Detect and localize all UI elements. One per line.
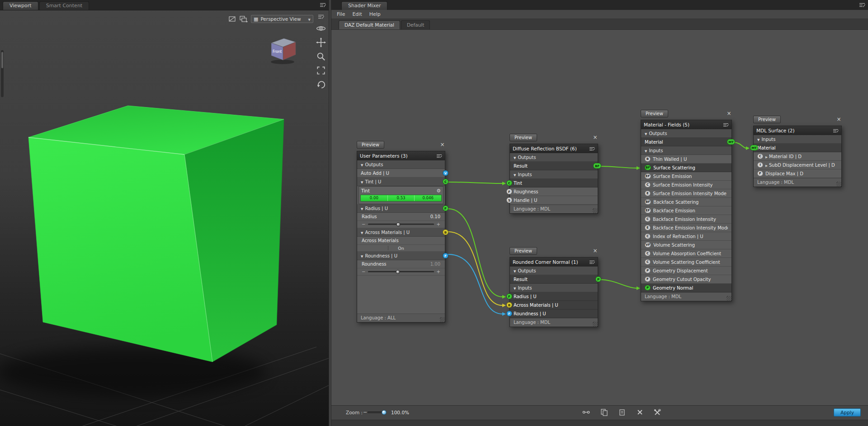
across-materials-toggle[interactable]: On (357, 245, 445, 252)
tab-default[interactable]: Default (401, 20, 430, 29)
node-row[interactable]: Across Materials | U B (510, 301, 598, 309)
node-menu-icon[interactable] (723, 123, 729, 127)
viewport-3d[interactable]: Perspective View (0, 10, 329, 426)
expand-icon[interactable] (765, 163, 768, 168)
socket-badge[interactable]: C (645, 251, 651, 256)
tools-icon[interactable] (654, 408, 661, 416)
output-socket[interactable]: F (443, 206, 448, 211)
node-menu-icon[interactable] (437, 154, 442, 158)
node-rounded-corner-normal[interactable]: Preview Rounded Corner Normal (1) (509, 247, 598, 327)
node-diffuse-reflection-bsdf[interactable]: Preview Diffuse Reflection BSDF (6) (509, 134, 598, 214)
socket-badge[interactable]: C (757, 154, 763, 159)
input-socket[interactable]: F (506, 311, 512, 317)
node-row[interactable]: Inputs (510, 170, 598, 179)
socket-badge[interactable]: E (645, 191, 651, 196)
orbit-rotate-icon[interactable] (316, 23, 326, 33)
close-node-icon[interactable] (726, 111, 732, 117)
input-socket[interactable]: B (506, 302, 512, 308)
roundness-slider[interactable] (357, 268, 445, 276)
menu-help[interactable]: Help (366, 11, 384, 17)
socket-badge[interactable]: P (645, 268, 651, 273)
node-row[interactable]: EF Backface Emission (641, 206, 731, 215)
node-row[interactable]: F Displace Max | D (754, 169, 841, 178)
node-row[interactable]: BF Backface Scattering (641, 198, 731, 206)
node-row[interactable]: Tint C (510, 179, 598, 187)
node-row[interactable]: C Backface Emission Intensity (641, 215, 731, 224)
output-socket[interactable]: P (595, 276, 601, 282)
node-title-bar[interactable]: Material - Fields (5) (641, 120, 731, 129)
camera-view-dropdown[interactable]: Perspective View (251, 15, 313, 23)
node-row[interactable]: Roughness F (510, 187, 598, 196)
node-row[interactable]: C Volume Absorption Coefficient (641, 249, 731, 258)
node-row[interactable]: Material MT (754, 144, 841, 152)
node-row[interactable]: Outputs (510, 267, 598, 275)
viewport-scrollbar[interactable] (1, 50, 4, 97)
socket-badge[interactable]: BF (645, 199, 651, 205)
delete-icon[interactable] (637, 409, 643, 416)
socket-badge[interactable]: F (757, 171, 763, 176)
node-row[interactable]: E Surface Emission Intensity Mode | U ( (641, 189, 731, 198)
output-socket[interactable]: F (443, 253, 448, 259)
socket-badge[interactable]: C (645, 259, 651, 265)
tab-viewport[interactable]: Viewport (3, 1, 38, 10)
slider-track[interactable] (368, 271, 434, 272)
node-row[interactable]: Radius | U F (510, 292, 598, 301)
node-title-bar[interactable]: Diffuse Reflection BSDF (6) (510, 144, 598, 153)
zoom-slider-handle[interactable] (382, 410, 387, 415)
node-row[interactable]: Material MT (641, 138, 731, 146)
tab-smart-content[interactable]: Smart Content (39, 1, 90, 10)
node-user-parameters[interactable]: Preview User Parameters (3) (357, 141, 445, 323)
node-row[interactable]: I SubD Displacement Level | D (754, 161, 841, 169)
preview-button[interactable]: Preview (509, 247, 537, 255)
slider-plus-icon[interactable] (437, 269, 440, 275)
node-row[interactable]: Result P (510, 275, 598, 284)
menu-edit[interactable]: Edit (349, 11, 365, 17)
zoom-icon[interactable] (316, 51, 326, 61)
node-row[interactable]: C Volume Scattering Coefficient (641, 258, 731, 267)
slider-track[interactable] (368, 224, 434, 225)
frame-view-icon[interactable] (316, 66, 326, 75)
node-row[interactable]: BF Surface Scattering (641, 164, 731, 172)
node-row[interactable]: Roundness | U F (510, 309, 598, 318)
node-row[interactable]: E Backface Emission Intensity Mode | U (641, 224, 731, 232)
node-menu-icon[interactable] (590, 147, 595, 151)
socket-badge[interactable]: VF (645, 242, 651, 248)
socket-badge[interactable]: C (645, 234, 651, 239)
output-socket[interactable]: V (443, 170, 448, 176)
input-socket[interactable]: S (506, 197, 512, 203)
node-mdl-surface[interactable]: Preview MDL Surface (2) (753, 116, 842, 187)
node-title-bar[interactable]: User Parameters (3) (357, 151, 445, 160)
resize-grip[interactable] (593, 322, 598, 327)
socket-badge[interactable]: EF (645, 208, 651, 213)
socket-badge[interactable]: C (645, 182, 651, 187)
node-row[interactable]: P Geometry Displacement (641, 267, 731, 275)
preview-button[interactable]: Preview (357, 141, 384, 149)
resize-grip[interactable] (593, 208, 598, 213)
apply-button[interactable]: Apply (834, 408, 861, 417)
zoom-slider[interactable] (368, 412, 386, 413)
preview-button[interactable]: Preview (509, 134, 537, 141)
green-cube[interactable] (28, 106, 284, 362)
slider-handle[interactable] (396, 222, 401, 226)
node-row[interactable]: EF Surface Emission (641, 172, 731, 181)
output-socket[interactable]: BF (593, 163, 601, 169)
socket-badge[interactable]: EF (645, 173, 651, 179)
tab-shader-mixer[interactable]: Shader Mixer (341, 1, 387, 10)
camera-options-icon[interactable] (239, 15, 248, 23)
node-row[interactable]: Handle | U S (510, 196, 598, 205)
aim-reset-icon[interactable] (316, 80, 326, 89)
slider-plus-icon[interactable] (437, 221, 440, 227)
node-row[interactable]: C Material ID | D (754, 152, 841, 161)
node-row[interactable]: Outputs (510, 153, 598, 162)
node-row[interactable]: B Thin Walled | U (641, 155, 731, 164)
outputs-section-row[interactable]: Outputs (357, 160, 445, 169)
node-menu-icon[interactable] (833, 129, 839, 133)
tint-color-bar[interactable]: 0.00 0.53 0.046 (360, 195, 442, 201)
node-title-bar[interactable]: MDL Surface (2) (754, 126, 841, 135)
connect-nodes-icon[interactable] (582, 408, 590, 416)
radius-slider[interactable] (357, 221, 445, 228)
radius-section-row[interactable]: Radius | U F (357, 204, 445, 213)
tint-color-widget[interactable]: Tint 0.00 0.53 0.046 (359, 186, 443, 204)
node-canvas[interactable]: Preview User Parameters (3) (331, 30, 868, 405)
expand-icon[interactable] (765, 154, 768, 159)
